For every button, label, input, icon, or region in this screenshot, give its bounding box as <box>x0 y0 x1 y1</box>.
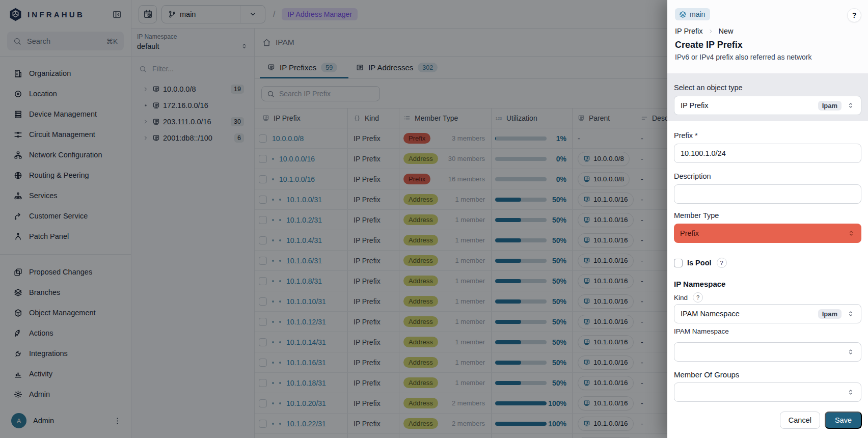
updown-icon <box>847 310 855 318</box>
ipam-namespace-label: IPAM Namespace <box>674 327 861 335</box>
modal-overlay[interactable] <box>0 0 667 438</box>
prefix-field-label: Prefix * <box>674 131 861 140</box>
kind-label-row: Kind ? <box>674 292 861 303</box>
cancel-button[interactable]: Cancel <box>780 412 820 429</box>
panel-breadcrumb: IP Prefix New <box>675 27 861 35</box>
updown-icon <box>847 348 855 356</box>
member-type-value: Prefix <box>680 229 847 237</box>
panel-branch-name: main <box>690 10 705 18</box>
description-field-input[interactable] <box>674 184 861 204</box>
panel-breadcrumb-parent: IP Prefix <box>675 27 703 35</box>
panel-branch-badge: main <box>675 8 710 20</box>
is-pool-label: Is Pool <box>687 259 712 267</box>
member-of-groups-select[interactable] <box>674 382 861 402</box>
description-field-label: Description <box>674 172 861 180</box>
layers-icon <box>679 11 687 18</box>
member-type-select[interactable]: Prefix <box>674 224 861 243</box>
member-type-label: Member Type <box>674 211 861 220</box>
is-pool-row: Is Pool ? <box>674 258 861 268</box>
save-button[interactable]: Save <box>825 412 862 429</box>
updown-icon <box>847 101 855 110</box>
is-pool-help-icon[interactable]: ? <box>717 258 727 268</box>
panel-breadcrumb-current: New <box>719 27 734 35</box>
is-pool-checkbox[interactable] <box>674 259 683 267</box>
object-type-value: IP Prefix <box>681 101 818 110</box>
chevron-right-icon <box>708 29 714 34</box>
create-prefix-panel: main ? IP Prefix New Create IP Prefix IP… <box>667 0 868 438</box>
ipam-namespace-select[interactable] <box>674 342 861 362</box>
kind-value: IPAM Namespace <box>681 310 818 318</box>
object-type-select[interactable]: IP Prefix Ipam <box>674 96 861 115</box>
object-type-label: Select an object type <box>674 84 861 92</box>
panel-subtitle: IPv6 or IPv4 prefix also referred as net… <box>675 53 861 61</box>
kind-label: Kind <box>674 294 688 302</box>
help-button[interactable]: ? <box>847 8 861 22</box>
namespace-section-title: IP Namespace <box>674 280 861 288</box>
prefix-field-input[interactable]: 10.100.1.0/24 <box>674 144 861 163</box>
kind-select[interactable]: IPAM Namespace Ipam <box>674 304 861 323</box>
panel-form: Prefix * 10.100.1.0/24 Description Membe… <box>667 121 868 412</box>
member-of-groups-label: Member Of Groups <box>674 370 861 379</box>
panel-footer: Cancel Save <box>667 412 868 429</box>
kind-help-icon[interactable]: ? <box>693 292 703 303</box>
updown-icon <box>847 229 855 237</box>
kind-badge: Ipam <box>818 309 842 319</box>
panel-title: Create IP Prefix <box>675 40 861 50</box>
panel-header: main ? IP Prefix New Create IP Prefix IP… <box>667 0 868 73</box>
object-type-badge: Ipam <box>818 101 842 111</box>
object-type-section: Select an object type IP Prefix Ipam <box>667 73 868 121</box>
updown-icon <box>847 388 855 396</box>
